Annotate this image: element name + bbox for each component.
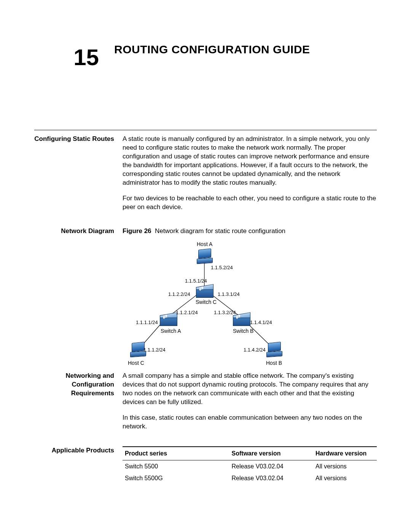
section-network-diagram: Network Diagram Figure 26 Network diagra…: [34, 227, 377, 364]
paragraph: In this case, static routes can enable c…: [123, 414, 377, 431]
diagram-lines: [123, 238, 343, 363]
network-diagram: Host A 1.1.5.2/24 ⇄ 1.1.5.1/24 Switch C …: [123, 238, 377, 363]
figure-label: Figure 26: [123, 227, 151, 235]
section-body: Figure 26 Network diagram for static rou…: [123, 227, 377, 364]
host-c-label: Host C: [128, 359, 144, 367]
cell-software: Release V03.02.04: [229, 472, 313, 484]
cell-product: Switch 5500G: [123, 472, 229, 484]
ip-label: 1.1.3.1/24: [218, 291, 240, 298]
cell-hardware: All versions: [313, 460, 377, 472]
host-a-icon: [197, 249, 212, 264]
col-hardware-version: Hardware version: [313, 447, 377, 460]
chapter-header: 15 ROUTING CONFIGURATION GUIDE: [34, 42, 377, 73]
paragraph: For two devices to be reachable to each …: [123, 194, 377, 212]
ip-label: 1.1.1.1/24: [136, 319, 158, 326]
chapter-number: 15: [34, 42, 114, 73]
ip-label: 1.1.3.2/24: [214, 309, 236, 316]
figure-caption-text: Network diagram for static route configu…: [155, 227, 285, 235]
ip-label: 1.1.5.2/24: [211, 264, 233, 271]
switch-a-label: Switch A: [161, 328, 181, 335]
col-product-series: Product series: [123, 447, 229, 460]
paragraph: A static route is manually configured by…: [123, 135, 377, 187]
page: 15 ROUTING CONFIGURATION GUIDE Configuri…: [0, 0, 411, 516]
table-row: Switch 5500 Release V03.02.04 All versio…: [123, 460, 377, 472]
section-configuring-static-routes: Configuring Static Routes A static route…: [34, 135, 377, 219]
table-row: Switch 5500G Release V03.02.04 All versi…: [123, 472, 377, 484]
cell-software: Release V03.02.04: [229, 460, 313, 472]
section-body: A static route is manually configured by…: [123, 135, 377, 219]
table-header-row: Product series Software version Hardware…: [123, 447, 377, 460]
section-heading: Networking and Configuration Requirement…: [34, 372, 123, 438]
chapter-title-text: ROUTING CONFIGURATION GUIDE: [114, 43, 310, 56]
ip-label: 1.1.4.1/24: [250, 319, 272, 326]
section-body: A small company has a simple and stable …: [123, 372, 377, 438]
switch-c-label: Switch C: [196, 299, 217, 306]
section-applicable-products: Applicable Products Product series Softw…: [34, 446, 377, 484]
host-b-label: Host B: [266, 359, 282, 367]
products-table: Product series Software version Hardware…: [123, 446, 377, 484]
cell-hardware: All versions: [313, 472, 377, 484]
section-heading: Configuring Static Routes: [34, 135, 123, 219]
section-heading: Network Diagram: [34, 227, 123, 364]
host-c-icon: [130, 342, 145, 358]
switch-a-icon: ⇄: [160, 314, 177, 327]
section-body: Product series Software version Hardware…: [123, 446, 377, 484]
ip-label: 1.1.2.1/24: [176, 309, 198, 316]
host-b-icon: [266, 342, 282, 358]
ip-label: 1.1.1.2/24: [143, 347, 166, 353]
section-networking-req: Networking and Configuration Requirement…: [34, 372, 377, 438]
ip-label: 1.1.2.2/24: [168, 291, 190, 298]
divider: [34, 130, 377, 130]
switch-c-icon: ⇄: [196, 286, 213, 299]
cell-product: Switch 5500: [123, 460, 229, 472]
ip-label: 1.1.4.2/24: [244, 347, 266, 353]
switch-b-label: Switch B: [233, 328, 253, 335]
col-software-version: Software version: [229, 447, 313, 460]
chapter-title: ROUTING CONFIGURATION GUIDE: [114, 42, 310, 58]
paragraph: A small company has a simple and stable …: [123, 372, 377, 407]
ip-label: 1.1.5.1/24: [185, 278, 207, 284]
figure-caption: Figure 26 Network diagram for static rou…: [123, 227, 377, 236]
section-heading: Applicable Products: [34, 446, 123, 484]
host-a-label: Host A: [197, 241, 212, 248]
